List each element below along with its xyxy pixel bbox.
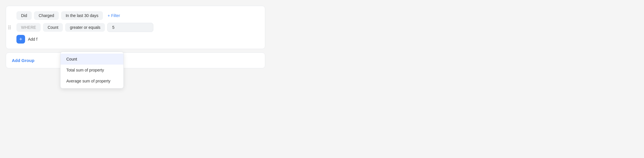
value-input[interactable] (107, 23, 153, 32)
add-condition-button[interactable]: + (16, 35, 25, 44)
time-period-pill[interactable]: In the last 30 days (61, 11, 103, 20)
where-label: WHERE (16, 23, 41, 32)
dropdown-item-total-sum[interactable]: Total sum of property (61, 65, 123, 76)
add-filter-button[interactable]: + Filter (105, 12, 122, 20)
drag-handle[interactable] (8, 26, 11, 29)
count-pill[interactable]: Count (43, 23, 63, 32)
charged-pill[interactable]: Charged (34, 11, 59, 20)
aggregate-dropdown: Count Total sum of property Average sum … (60, 52, 124, 89)
add-group-card: Add Group (6, 52, 265, 68)
dropdown-item-count[interactable]: Count (61, 54, 123, 65)
did-pill[interactable]: Did (16, 11, 32, 20)
plus-icon: + (19, 36, 22, 42)
add-group-button[interactable]: Add Group (12, 58, 34, 63)
dropdown-item-avg-sum[interactable]: Average sum of property (61, 76, 123, 86)
add-condition-label: Add f (28, 37, 37, 42)
add-filter-row: + Add f (16, 35, 259, 44)
operator-pill[interactable]: greater or equals (65, 23, 105, 32)
filter-card: Did Charged In the last 30 days + Filter… (6, 6, 265, 49)
condition-row: Did Charged In the last 30 days + Filter (16, 11, 259, 20)
where-row: WHERE Count greater or equals (16, 23, 259, 32)
